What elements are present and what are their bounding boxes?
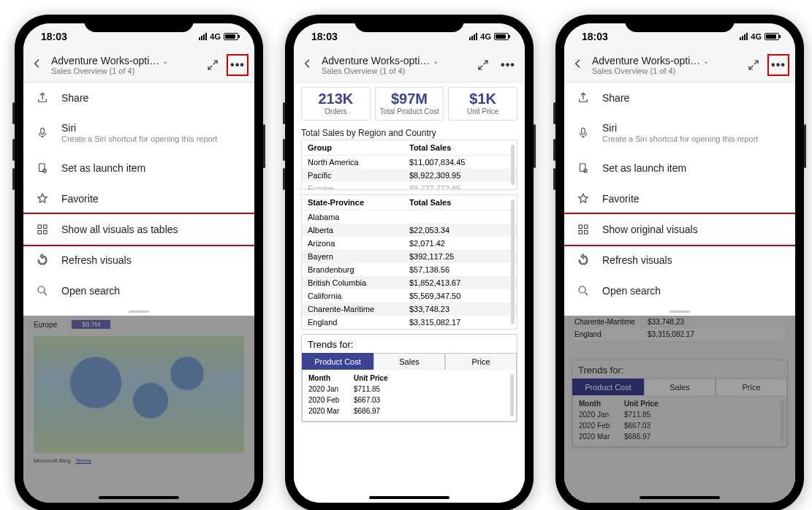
mic-icon — [576, 126, 591, 140]
home-indicator[interactable] — [369, 496, 449, 499]
menu-item-launch[interactable]: Set as launch item — [564, 153, 795, 183]
refresh-icon — [35, 254, 50, 267]
share-icon — [35, 91, 50, 104]
title-block[interactable]: Adventure Works-opti…⌄ Sales Overview (1… — [48, 55, 199, 75]
table-row: Arizona$2,071.42 — [302, 237, 517, 250]
scrollbar[interactable] — [511, 145, 515, 185]
back-button[interactable] — [570, 58, 586, 73]
report-body-tables[interactable]: 213KOrders $97MTotal Product Cost $1KUni… — [294, 83, 525, 503]
title-block[interactable]: Adventure Works-opti…⌄ Sales Overview (1… — [319, 55, 469, 75]
scrollbar[interactable] — [511, 199, 515, 324]
grid-icon — [576, 223, 591, 236]
kpi-card-cost[interactable]: $97MTotal Product Cost — [375, 87, 444, 121]
kpi-card-price[interactable]: $1KUnit Price — [448, 87, 517, 121]
expand-button[interactable] — [202, 54, 224, 76]
table-row: Alabama — [302, 210, 517, 224]
chevron-down-icon: ⌄ — [703, 57, 709, 65]
star-icon — [576, 192, 591, 205]
svg-rect-11 — [579, 225, 583, 229]
table-row: Alberta$22,053.34 — [302, 224, 517, 237]
siri-label: Siri — [602, 122, 783, 134]
report-header: Adventure Works-opti…⌄ Sales Overview (1… — [564, 50, 795, 83]
table-row: British Columbia$1,852,413.67 — [302, 276, 517, 289]
network-label: 4G — [480, 32, 491, 41]
expand-button[interactable] — [743, 54, 764, 76]
siri-sublabel: Create a Siri shortcut for opening this … — [61, 134, 243, 144]
options-menu: Share Siri Create a Siri shortcut for op… — [23, 83, 254, 316]
menu-item-search[interactable]: Open search — [564, 275, 795, 306]
menu-item-search[interactable]: Open search — [23, 275, 254, 306]
table-group[interactable]: GroupTotal Sales North America$11,007,83… — [301, 140, 517, 190]
table-row: Brandenburg$57,138.56 — [302, 263, 517, 276]
signal-icon — [469, 33, 477, 40]
report-header: Adventure Works-opti…⌄ Sales Overview (1… — [23, 50, 254, 83]
menu-item-show-original[interactable]: Show original visuals — [564, 213, 795, 246]
table-row: England$3,315,082.17 — [302, 316, 517, 329]
trends-title: Trends for: — [302, 335, 517, 353]
network-label: 4G — [751, 32, 762, 41]
svg-rect-9 — [580, 164, 586, 172]
sheet-handle[interactable] — [23, 306, 254, 316]
svg-rect-3 — [38, 225, 42, 229]
back-button[interactable] — [300, 58, 316, 73]
dimmed-background: Europe$8.7M Microsoft Bing Terms — [23, 316, 254, 503]
table-row: Pacific$8,922,309.95 — [302, 169, 517, 182]
svg-rect-1 — [39, 164, 45, 172]
svg-point-15 — [579, 286, 585, 293]
table-row: 2020 Jan$711.85 — [308, 384, 510, 395]
chevron-down-icon: ⌄ — [162, 57, 168, 65]
more-options-button[interactable]: ••• — [497, 54, 519, 76]
title-block[interactable]: Adventure Works-opti…⌄ Sales Overview (1… — [589, 55, 740, 75]
battery-icon — [224, 33, 238, 40]
menu-item-share[interactable]: Share — [23, 83, 254, 113]
sheet-handle[interactable] — [564, 306, 795, 316]
more-options-button[interactable]: ••• — [767, 54, 789, 76]
dimmed-background: Charente-Maritime$33,748.23 England$3,31… — [564, 316, 795, 503]
home-indicator[interactable] — [99, 496, 179, 499]
menu-item-favorite[interactable]: Favorite — [564, 183, 795, 214]
menu-item-siri[interactable]: Siri Create a Siri shortcut for opening … — [564, 113, 795, 153]
menu-item-show-tables[interactable]: Show all visuals as tables — [23, 213, 254, 246]
tab-product-cost[interactable]: Product Cost — [302, 353, 373, 370]
mic-icon — [35, 126, 50, 140]
svg-rect-12 — [585, 225, 588, 229]
svg-rect-13 — [579, 231, 583, 235]
share-icon — [576, 91, 591, 104]
menu-item-refresh[interactable]: Refresh visuals — [564, 245, 795, 275]
table-row: California$5,569,347.50 — [302, 289, 517, 302]
table-state[interactable]: State-ProvinceTotal Sales Alabama Albert… — [301, 194, 517, 330]
table-row: North America$11,007,834.45 — [302, 156, 517, 169]
notch — [625, 15, 735, 32]
report-subtitle: Sales Overview (1 of 4) — [592, 66, 740, 75]
menu-item-share[interactable]: Share — [564, 83, 795, 113]
kpi-card-orders[interactable]: 213KOrders — [301, 87, 371, 121]
siri-label: Siri — [61, 122, 243, 134]
notch — [354, 15, 464, 32]
svg-rect-8 — [582, 128, 585, 134]
more-options-button[interactable]: ••• — [227, 54, 248, 76]
phone-frame-1: 18:03 4G Adventure Works-opti…⌄ Sales Ov… — [15, 15, 263, 510]
menu-item-siri[interactable]: Siri Create a Siri shortcut for opening … — [23, 113, 254, 153]
menu-item-refresh[interactable]: Refresh visuals — [23, 245, 254, 275]
tab-sales[interactable]: Sales — [373, 353, 445, 370]
report-title: Adventure Works-opti… — [592, 55, 700, 66]
search-icon — [35, 284, 50, 297]
svg-rect-14 — [585, 231, 588, 235]
expand-button[interactable] — [472, 54, 494, 76]
scrollbar[interactable] — [510, 374, 514, 416]
tab-price[interactable]: Price — [445, 353, 517, 370]
back-button[interactable] — [29, 58, 45, 73]
grid-icon — [35, 223, 50, 236]
report-title: Adventure Works-opti… — [51, 55, 159, 66]
trends-tabs: Product Cost Sales Price — [302, 353, 517, 370]
menu-item-launch[interactable]: Set as launch item — [23, 153, 254, 183]
status-time: 18:03 — [41, 31, 67, 42]
battery-icon — [764, 33, 779, 40]
home-indicator[interactable] — [640, 496, 720, 499]
table-row: Charente-Maritime$33,748.23 — [302, 302, 517, 316]
trends-visual[interactable]: Trends for: Product Cost Sales Price Mon… — [301, 334, 517, 422]
table-row: 2020 Feb$667.03 — [308, 395, 510, 406]
svg-rect-4 — [44, 225, 48, 229]
options-menu: Share Siri Create a Siri shortcut for op… — [564, 83, 795, 316]
menu-item-favorite[interactable]: Favorite — [23, 183, 254, 214]
